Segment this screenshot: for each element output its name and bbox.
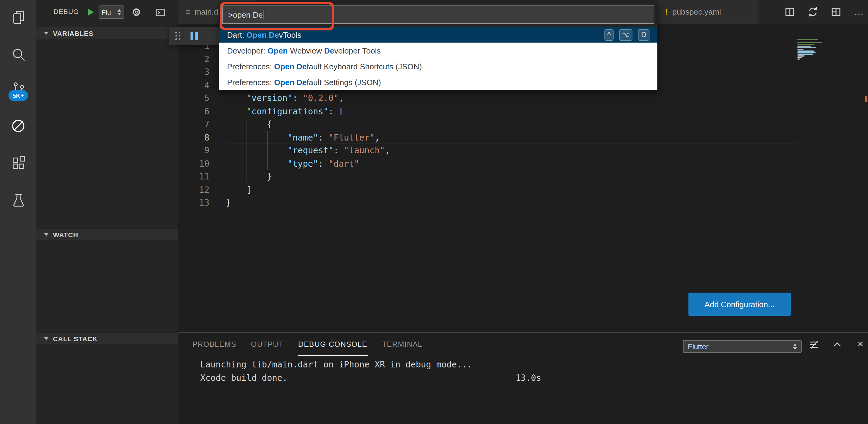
panel-actions: ×: [809, 333, 866, 356]
explorer-icon[interactable]: [10, 9, 26, 25]
palette-item-label: Preferences: Open Default Settings (JSON…: [227, 77, 381, 87]
vscode-window: 5K+ DEBUG Flu VARIABLES WATCH: [0, 0, 868, 424]
chevron-down-icon: [44, 32, 49, 35]
debug-config-value: Flu: [102, 8, 111, 16]
console-line: Xcode build done.13.0s: [200, 371, 856, 385]
add-configuration-button[interactable]: Add Configuration...: [688, 293, 791, 316]
line-number: 5: [178, 92, 209, 105]
line-number: 6: [178, 105, 209, 118]
clear-console-icon[interactable]: [809, 339, 819, 350]
section-header-watch[interactable]: WATCH: [36, 229, 178, 240]
build-duration: 13.0s: [516, 371, 541, 385]
line-number: 12: [178, 184, 209, 196]
warning-icon: !: [665, 7, 668, 17]
line-number: 11: [178, 170, 209, 184]
command-query: >open De: [228, 10, 263, 19]
sync-icon[interactable]: [807, 6, 818, 17]
section-header-variables[interactable]: VARIABLES: [36, 27, 178, 39]
section-header-call-stack[interactable]: CALL STACK: [36, 333, 178, 344]
chevron-down-icon: [44, 233, 49, 236]
line-number: 13: [178, 196, 209, 209]
line-number: 2: [178, 53, 209, 66]
section-label: CALL STACK: [53, 335, 98, 342]
line-number: 4: [178, 79, 209, 92]
line-number: 7: [178, 118, 209, 131]
drag-grip-icon[interactable]: [175, 32, 181, 40]
minimap[interactable]: [797, 39, 833, 88]
line-number: 3: [178, 66, 209, 79]
code-line: 9 "request": "launch",: [178, 144, 826, 157]
debug-icon[interactable]: [10, 118, 26, 134]
keybinding-chips: ^ D: [604, 29, 649, 40]
select-arrows-icon: [793, 344, 797, 350]
split-editor-icon[interactable]: [784, 6, 795, 17]
extensions-icon[interactable]: [10, 155, 26, 170]
chevron-down-icon: [44, 337, 49, 340]
more-actions-icon[interactable]: …: [854, 6, 864, 17]
console-filter-value: Flutter: [688, 342, 709, 351]
palette-item[interactable]: Developer: Open Webview Developer Tools: [219, 42, 657, 58]
sidebar-title: DEBUG: [54, 8, 79, 15]
palette-item-label: Developer: Open Webview Developer Tools: [227, 46, 381, 55]
code-line: 12 ]: [178, 184, 826, 196]
alt-key-icon: [622, 32, 630, 37]
chevron-up-icon[interactable]: [832, 339, 842, 350]
panel-tab-terminal[interactable]: TERMINAL: [382, 333, 423, 356]
pause-icon[interactable]: [190, 32, 197, 40]
d-key-chip: D: [638, 29, 649, 40]
panel-tab-output[interactable]: OUTPUT: [251, 333, 284, 356]
tab-label: pubspec.yaml: [672, 7, 721, 17]
command-palette: >open De Dart: Open DevTools ^ D Develop…: [219, 2, 657, 90]
section-label: WATCH: [53, 231, 78, 238]
panel-tab-debug-console[interactable]: DEBUG CONSOLE: [298, 333, 368, 356]
alt-key-chip: [619, 29, 633, 40]
editor-layout-icon[interactable]: [830, 6, 841, 17]
debug-sidebar: DEBUG Flu VARIABLES WATCH CALL STACK: [36, 0, 178, 424]
line-number: 8: [178, 131, 209, 144]
console-filter-select[interactable]: Flutter: [683, 340, 802, 353]
select-arrows-icon: [118, 9, 121, 15]
panel-tab-problems[interactable]: PROBLEMS: [192, 333, 237, 356]
test-beaker-icon[interactable]: [10, 192, 26, 208]
debug-console-icon[interactable]: [155, 7, 165, 18]
console-line: Launching lib/main.dart on iPhone XR in …: [200, 358, 856, 371]
debug-console-output: Launching lib/main.dart on iPhone XR in …: [200, 358, 856, 385]
code-line: 8 "name": "Flutter",: [178, 131, 826, 144]
tab-pubspec-yaml[interactable]: ! pubspec.yaml: [658, 0, 759, 24]
bottom-panel: PROBLEMSOUTPUTDEBUG CONSOLETERMINAL Flut…: [178, 332, 868, 424]
palette-item-label: Preferences: Open Default Keyboard Short…: [227, 62, 422, 71]
panel-tab-bar: PROBLEMSOUTPUTDEBUG CONSOLETERMINAL: [192, 333, 423, 356]
command-input[interactable]: >open De: [222, 5, 654, 24]
debug-config-select[interactable]: Flu: [99, 5, 124, 19]
palette-item[interactable]: Dart: Open DevTools ^ D: [219, 27, 657, 42]
scm-changes-badge: 5K+: [8, 90, 28, 101]
gear-icon[interactable]: [131, 7, 142, 18]
code-line: 5 "version": "0.2.0",: [178, 92, 826, 105]
palette-item[interactable]: Preferences: Open Default Settings (JSON…: [219, 74, 657, 90]
search-icon[interactable]: [10, 46, 26, 62]
line-number: 9: [178, 144, 209, 157]
editor-actions: …: [784, 0, 864, 24]
start-debug-button[interactable]: [88, 8, 94, 16]
line-number: 10: [178, 157, 209, 170]
activity-bar: 5K+: [0, 0, 36, 424]
text-cursor: [264, 10, 264, 20]
ctrl-key-chip: ^: [604, 29, 614, 40]
section-label: VARIABLES: [53, 30, 93, 37]
overview-ruler-marker: [865, 96, 867, 102]
code-line: 10 "type": "dart": [178, 157, 826, 170]
file-icon: ≡: [186, 7, 190, 17]
code-line: 6 "configurations": [: [178, 105, 826, 118]
code-line: 13}: [178, 196, 826, 209]
palette-item[interactable]: Preferences: Open Default Keyboard Short…: [219, 58, 657, 74]
code-line: 11 }: [178, 170, 826, 184]
palette-item-label: Dart: Open DevTools: [227, 30, 301, 39]
code-line: 7 {: [178, 118, 826, 131]
close-icon[interactable]: ×: [855, 339, 866, 350]
command-results-list: Dart: Open DevTools ^ D Developer: Open …: [219, 27, 657, 90]
